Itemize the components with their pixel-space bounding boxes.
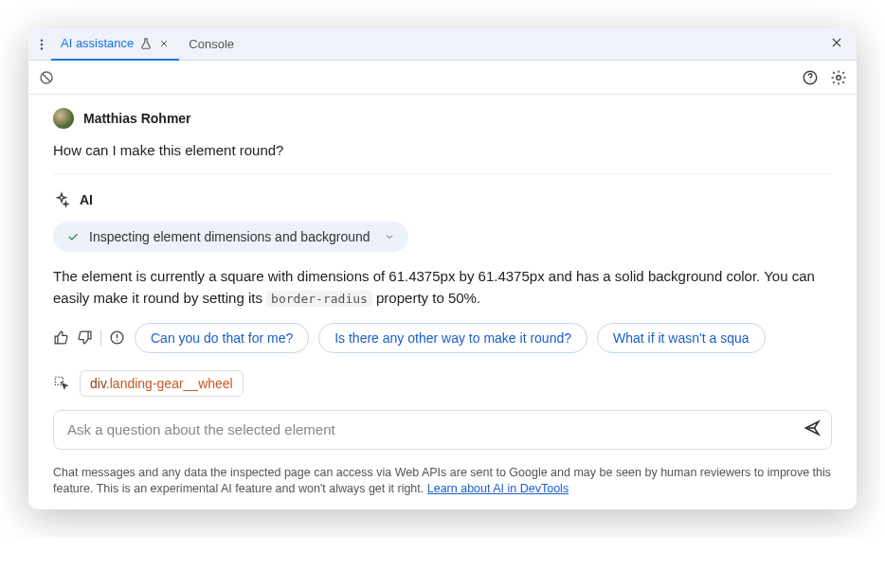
close-panel-button[interactable] xyxy=(821,36,853,53)
tab-ai-assistance[interactable]: AI assistance xyxy=(51,28,179,61)
user-question: How can I make this element round? xyxy=(53,142,832,158)
input-row xyxy=(28,404,857,459)
send-button[interactable] xyxy=(803,419,822,441)
disclaimer: Chat messages and any data the inspected… xyxy=(28,459,857,509)
report-icon[interactable] xyxy=(109,330,125,346)
svg-point-5 xyxy=(809,80,810,81)
status-text: Inspecting element dimensions and backgr… xyxy=(89,229,370,244)
suggestion-chip[interactable]: Can you do that for me? xyxy=(135,323,309,353)
gear-icon[interactable] xyxy=(830,69,847,86)
status-pill[interactable]: Inspecting element dimensions and backgr… xyxy=(53,222,408,252)
svg-point-8 xyxy=(117,340,117,341)
flask-icon xyxy=(139,37,153,50)
user-message: Matthias Rohmer How can I make this elem… xyxy=(53,108,832,174)
ai-message: AI Inspecting element dimensions and bac… xyxy=(53,174,832,353)
more-menu-icon[interactable] xyxy=(32,38,51,51)
check-icon xyxy=(66,230,80,243)
element-picker-icon[interactable] xyxy=(53,375,70,392)
tab-label: AI assistance xyxy=(61,36,134,50)
tab-console[interactable]: Console xyxy=(179,28,244,61)
clear-icon[interactable] xyxy=(38,69,55,86)
learn-more-link[interactable]: Learn about AI in DevTools xyxy=(427,482,569,495)
avatar xyxy=(53,108,74,129)
thumbs-up-icon[interactable] xyxy=(53,330,69,346)
feedback-row: Can you do that for me? Is there any oth… xyxy=(53,323,832,353)
help-icon[interactable] xyxy=(802,69,819,86)
suggestion-chip[interactable]: What if it wasn't a squa xyxy=(597,323,766,353)
user-name: Matthias Rohmer xyxy=(83,111,191,126)
prompt-input[interactable] xyxy=(67,421,803,437)
svg-point-0 xyxy=(41,39,43,41)
ai-label: AI xyxy=(80,192,93,207)
ai-response: The element is currently a square with d… xyxy=(53,265,832,310)
svg-point-2 xyxy=(41,47,43,49)
tab-bar: AI assistance Console xyxy=(28,28,857,61)
chat-content: Matthias Rohmer How can I make this elem… xyxy=(28,95,857,361)
input-box xyxy=(53,410,832,450)
tab-label: Console xyxy=(189,37,234,51)
svg-point-1 xyxy=(41,43,43,45)
selected-element-chip[interactable]: div.landing-gear__wheel xyxy=(80,370,244,397)
close-icon[interactable] xyxy=(158,38,170,49)
suggestions: Can you do that for me? Is there any oth… xyxy=(135,323,832,353)
suggestion-chip[interactable]: Is there any other way to make it round? xyxy=(318,323,587,353)
svg-point-6 xyxy=(837,75,841,80)
selector-row: div.landing-gear__wheel xyxy=(28,361,857,404)
chevron-down-icon xyxy=(384,231,395,242)
toolbar xyxy=(28,61,857,95)
thumbs-down-icon[interactable] xyxy=(77,330,93,346)
separator xyxy=(100,330,101,346)
devtools-panel: AI assistance Console Matthias Rohmer Ho… xyxy=(28,28,857,509)
sparkle-icon xyxy=(53,191,70,208)
